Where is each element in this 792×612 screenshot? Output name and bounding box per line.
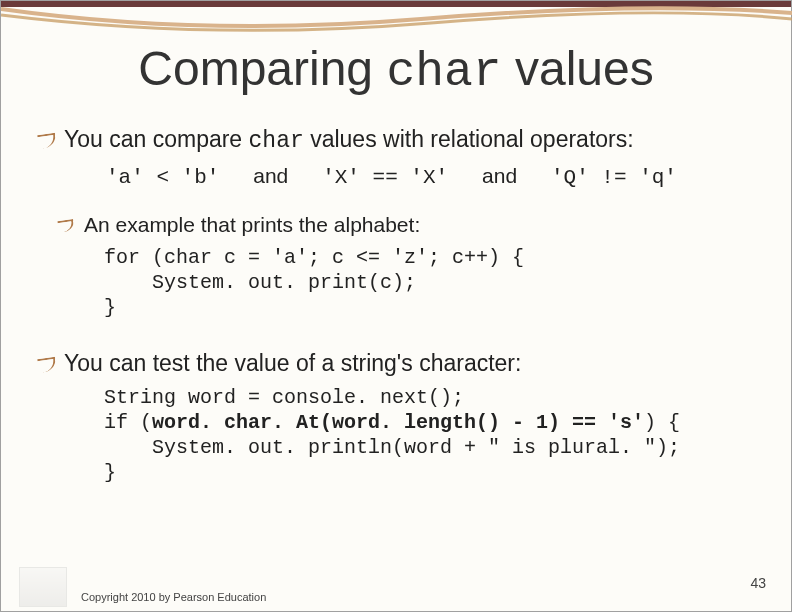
bullet-compare: You can compare char values with relatio… — [36, 126, 766, 154]
content-area: You can compare char values with relatio… — [36, 126, 766, 485]
bullet-code: char — [249, 128, 304, 154]
bullet-text: You can compare — [64, 126, 249, 152]
page-number: 43 — [750, 575, 766, 591]
code-line2c: ) { — [644, 411, 680, 434]
bullet-text2: values with relational operators: — [304, 126, 634, 152]
code-line3: System. out. println(word + " is plural.… — [104, 436, 680, 459]
slide: Comparing char values You can compare ch… — [0, 0, 792, 612]
code-line2b: word. char. At(word. length() - 1) == 's… — [152, 411, 644, 434]
code-line4: } — [104, 461, 116, 484]
example-1: 'a' < 'b' — [106, 166, 219, 189]
example-sep2: and — [482, 164, 517, 188]
example-sep1: and — [253, 164, 288, 188]
decorative-curves — [1, 1, 792, 41]
bullet-alphabet: An example that prints the alphabet: — [56, 213, 766, 237]
code-line1: String word = console. next(); — [104, 386, 464, 409]
code-line2a: if ( — [104, 411, 152, 434]
examples-line: 'a' < 'b' and 'X' == 'X' and 'Q' != 'q' — [106, 164, 766, 189]
book-icon — [19, 567, 67, 607]
example-3: 'Q' != 'q' — [551, 166, 677, 189]
title-part2: values — [502, 42, 654, 95]
page-title: Comparing char values — [1, 41, 791, 99]
code-string-char: String word = console. next(); if (word.… — [104, 385, 766, 485]
copyright-text: Copyright 2010 by Pearson Education — [81, 591, 266, 603]
title-code: char — [386, 45, 501, 99]
top-bar — [1, 1, 791, 7]
code-alphabet: for (char c = 'a'; c <= 'z'; c++) { Syst… — [104, 245, 766, 320]
title-part1: Comparing — [138, 42, 386, 95]
bullet-string-char: You can test the value of a string's cha… — [36, 350, 766, 377]
example-2: 'X' == 'X' — [322, 166, 448, 189]
